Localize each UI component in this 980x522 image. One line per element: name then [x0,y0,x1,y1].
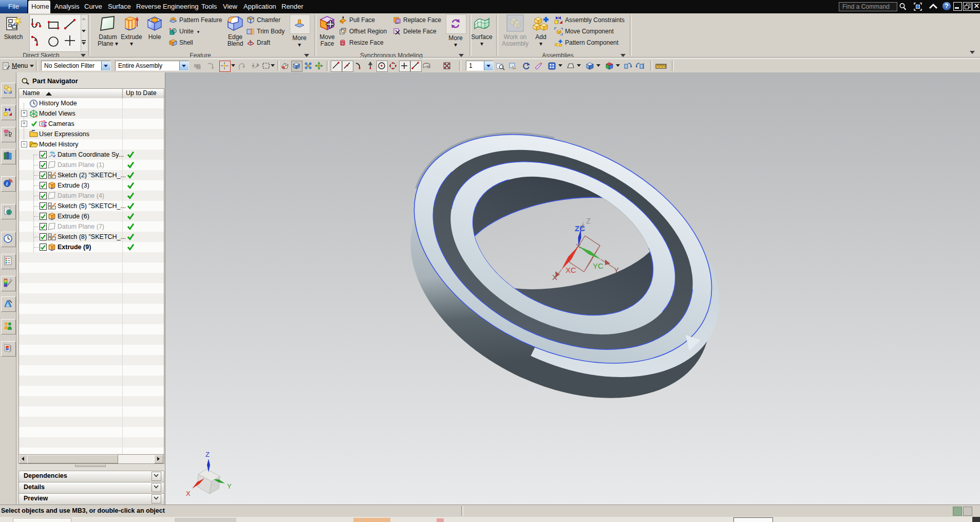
svg-text:X: X [552,273,557,282]
svg-text:i: i [6,181,8,187]
svg-text:Z: Z [205,451,210,458]
svg-text:XC: XC [566,266,576,274]
svg-text:Y: Y [614,266,619,274]
svg-text:X: X [186,490,191,497]
svg-text:ZC: ZC [575,224,585,233]
svg-text:YC: YC [593,262,604,270]
svg-text:Z: Z [586,216,591,225]
svg-text:Y: Y [227,482,232,490]
